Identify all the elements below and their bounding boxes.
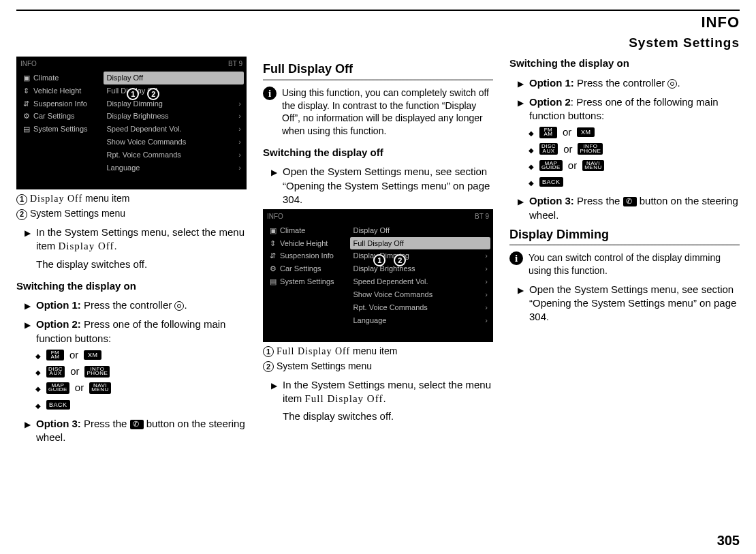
screenshot-display-off: INFOBT 9 ▣ Climate ⇕ Vehicle Height ⇵ Su… — [16, 57, 247, 189]
disc-aux-button-icon: DISCAUX — [539, 143, 558, 155]
heading-switch-on-2: Switching the display on — [509, 57, 740, 70]
callout-2-badge: 2 — [147, 88, 159, 100]
back-button-icon: BACK — [46, 400, 70, 410]
map-guide-button-icon: MAPGUIDE — [539, 160, 563, 172]
navi-menu-button-icon: NAVIMENU — [582, 160, 604, 172]
info-icon: i — [509, 251, 523, 265]
info-note-full-off: i Using this function, you can completel… — [263, 87, 493, 138]
heading-switch-on-1: Switching the display on — [16, 279, 247, 293]
callout-1-badge-b: 1 — [373, 254, 385, 266]
header-category: INFO — [16, 12, 740, 33]
disc-aux-button-icon: DISCAUX — [46, 366, 65, 378]
btn-row-map-navi-2: MAPGUIDE or NAVIMENU — [529, 159, 740, 172]
phone-button-icon — [623, 197, 637, 206]
btn-row-fm-xm-1: FMAM or XM — [35, 348, 247, 362]
option-3-col3: Option 3: Press the button on the steeri… — [518, 194, 740, 222]
caption-3: 1 Full Display Off menu item — [263, 345, 493, 358]
column-3: Switching the display on Option 1: Press… — [509, 57, 740, 447]
option-1-col3: Option 1: Press the controller . — [518, 76, 740, 90]
xm-button-icon: XM — [84, 350, 101, 360]
info-phone-button-icon: INFOPHONE — [84, 366, 110, 378]
caption-2: 2 System Settings menu — [16, 207, 247, 220]
btn-row-back-1: BACK — [35, 398, 247, 412]
navi-menu-button-icon: NAVIMENU — [89, 382, 111, 394]
info-phone-button-icon: INFOPHONE — [578, 143, 603, 155]
heading-switch-off: Switching the display off — [263, 146, 493, 159]
callout-2-badge-b: 2 — [394, 254, 406, 266]
btn-row-disc-info-2: DISCAUX or INFOPHONE — [529, 142, 740, 156]
xm-button-icon: XM — [577, 127, 595, 137]
fm-am-button-icon: FMAM — [539, 127, 557, 138]
btn-row-map-navi-1: MAPGUIDE or NAVIMENU — [35, 381, 247, 395]
header-title: System Settings — [16, 34, 740, 52]
controller-icon — [667, 79, 677, 89]
callout-1-badge: 1 — [127, 88, 139, 100]
column-2: Full Display Off i Using this function, … — [263, 57, 493, 447]
screenshot-full-display-off: INFOBT 9 ▣ Climate ⇕ Vehicle Height ⇵ Su… — [263, 209, 493, 342]
step-select-full-display-off: In the System Settings menu, select the … — [271, 378, 493, 424]
caption-4: 2 System Settings menu — [263, 360, 493, 373]
back-button-icon: BACK — [539, 177, 563, 187]
step-open-menu-2: Open the System Settings menu, see secti… — [518, 283, 740, 324]
info-note-dimming: i You can switch control of the display … — [509, 251, 740, 277]
option-2-col3: Option 2: Press one of the following mai… — [518, 95, 740, 123]
heading-full-display-off: Full Display Off — [263, 61, 493, 77]
fm-am-button-icon: FMAM — [46, 350, 64, 361]
phone-button-icon — [130, 420, 144, 429]
step-select-display-off: In the System Settings menu, select the … — [25, 226, 247, 271]
controller-icon — [174, 301, 184, 311]
column-1: INFOBT 9 ▣ Climate ⇕ Vehicle Height ⇵ Su… — [16, 57, 247, 447]
btn-row-back-2: BACK — [529, 175, 740, 189]
heading-display-dimming: Display Dimming — [509, 226, 740, 243]
caption-1: 1 Display Off menu item — [16, 192, 247, 206]
page-number: 305 — [717, 532, 740, 550]
map-guide-button-icon: MAPGUIDE — [46, 382, 69, 394]
option-3-col1: Option 3: Press the button on the steeri… — [25, 417, 247, 445]
option-2-col1: Option 2: Press one of the following mai… — [25, 318, 247, 345]
option-1-col1: Option 1: Press the controller . — [25, 298, 247, 312]
btn-row-disc-info-1: DISCAUX or INFOPHONE — [35, 365, 247, 378]
btn-row-fm-xm-2: FMAM or XM — [529, 125, 740, 139]
info-icon: i — [263, 87, 277, 100]
step-open-menu-1: Open the System Settings menu, see secti… — [271, 165, 493, 206]
